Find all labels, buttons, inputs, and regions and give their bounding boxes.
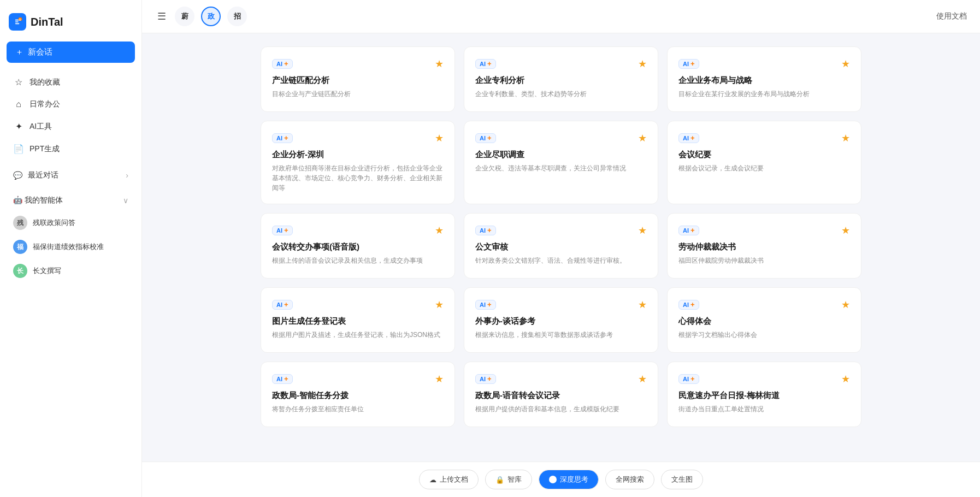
header: ☰ 蔚 政 招 使用文档	[142, 0, 980, 33]
tag-zhao-button[interactable]: 招	[227, 7, 247, 26]
smart-body-header[interactable]: 🤖 我的智能体 ∨	[7, 190, 135, 211]
card-minyi-ribao[interactable]: AI+ ★ 民意速办平台日报-梅林街道 街道办当日重点工单处置情况	[667, 362, 861, 427]
ai-badge: AI+	[678, 59, 699, 69]
tag-yuan-button[interactable]: 蔚	[175, 7, 194, 26]
smart-body-section: 🤖 我的智能体 ∨ 残 残联政策问答 福 福保街道绩效指标校准 长 长文撰写	[7, 190, 135, 283]
ai-badge: AI+	[475, 226, 496, 235]
logo-area: D DinTal	[7, 9, 135, 42]
card-waishi-tanhua[interactable]: AI+ ★ 外事办-谈话参考 根据来访信息，搜集相关可靠数据形成谈话参考	[464, 287, 658, 353]
deep-think-on[interactable]: 深度思考	[539, 470, 598, 489]
ai-badge: AI+	[475, 59, 496, 69]
sidebar-item-daily-work[interactable]: ⌂ 日常办公	[7, 94, 135, 115]
ai-badge: AI+	[272, 133, 293, 143]
ai-badge: AI+	[475, 300, 496, 310]
sparkle-icon: ✦	[13, 121, 24, 132]
star-filled-icon[interactable]: ★	[638, 373, 647, 385]
toggle-dot	[549, 476, 557, 483]
bottom-bar: ☁ 上传文档 🔒 智库 深度思考 全网搜索 文生图	[142, 461, 980, 497]
web-search-button[interactable]: 全网搜索	[605, 470, 654, 489]
upload-doc-button[interactable]: ☁ 上传文档	[419, 470, 479, 489]
recent-chats-section: 💬 最近对话 ›	[7, 165, 135, 186]
ai-badge: AI+	[678, 374, 699, 384]
sidebar-item-ppt[interactable]: 📄 PPT生成	[7, 138, 135, 159]
ai-badge: AI+	[475, 133, 496, 143]
star-filled-icon[interactable]: ★	[841, 224, 850, 236]
new-chat-button[interactable]: ＋ 新会话	[7, 42, 135, 63]
sidebar-item-favorites[interactable]: ☆ 我的收藏	[7, 72, 135, 93]
smart-body-item-canzheng[interactable]: 残 残联政策问答	[7, 211, 135, 235]
chevron-down-icon: ∨	[123, 196, 128, 205]
card-tupian-dengji[interactable]: AI+ ★ 图片生成任务登记表 根据用户图片及描述，生成任务登记表，输出为JSO…	[261, 287, 455, 353]
star-filled-icon[interactable]: ★	[841, 132, 850, 144]
card-zhanlue[interactable]: AI+ ★ 企业业务布局与战略 目标企业在某行业发展的业务布局与战略分析	[667, 46, 861, 112]
card-huiyi-zhuanban[interactable]: AI+ ★ 会议转交办事项(语音版) 根据上传的语音会议记录及相关信息，生成交办…	[261, 213, 455, 279]
star-filled-icon[interactable]: ★	[435, 224, 444, 236]
content-area: AI+ ★ 产业链匹配分析 目标企业与产业链匹配分析 AI+ ★ 企业专利分析 …	[142, 33, 980, 461]
hamburger-button[interactable]: ☰	[155, 8, 168, 25]
card-zhuanli[interactable]: AI+ ★ 企业专利分析 企业专利数量、类型、技术趋势等分析	[464, 46, 658, 112]
ai-badge: AI+	[678, 133, 699, 143]
star-icon: ☆	[13, 77, 24, 87]
database-icon: 🔒	[495, 476, 504, 484]
cards-grid: AI+ ★ 产业链匹配分析 目标企业与产业链匹配分析 AI+ ★ 企业专利分析 …	[261, 46, 861, 427]
logo-icon: D	[9, 13, 26, 31]
card-huiyi-jiyao[interactable]: AI+ ★ 会议纪要 根据会议记录，生成会议纪要	[667, 121, 861, 204]
knowledge-base-button[interactable]: 🔒 智库	[485, 470, 532, 489]
ai-badge: AI+	[272, 59, 293, 69]
card-zhengshuju-fengpai[interactable]: AI+ ★ 政数局-智能任务分拨 将暂办任务分拨至相应责任单位	[261, 362, 455, 427]
cloud-icon: ☁	[429, 476, 436, 484]
chevron-right-icon: ›	[126, 171, 128, 180]
robot-icon: 🤖	[13, 196, 22, 204]
star-filled-icon[interactable]: ★	[435, 58, 444, 70]
card-gongwen-shenhe[interactable]: AI+ ★ 公文审核 针对政务类公文错别字、语法、合规性等进行审核。	[464, 213, 658, 279]
sidebar: D DinTal ＋ 新会话 ☆ 我的收藏 ⌂ 日常办公 ✦ AI工具 📄 PP…	[0, 0, 142, 497]
recent-chats-header[interactable]: 💬 最近对话 ›	[7, 165, 135, 186]
star-filled-icon[interactable]: ★	[638, 132, 647, 144]
star-filled-icon[interactable]: ★	[841, 373, 850, 385]
chat-icon: 💬	[13, 171, 22, 180]
avatar-fubaojie: 福	[13, 240, 27, 254]
deep-think-toggle[interactable]: 深度思考	[539, 470, 599, 489]
star-filled-icon[interactable]: ★	[435, 299, 444, 311]
ai-badge: AI+	[678, 300, 699, 310]
logo-text: DinTal	[31, 16, 63, 28]
star-filled-icon[interactable]: ★	[435, 132, 444, 144]
smart-body-item-fubaojie[interactable]: 福 福保街道绩效指标校准	[7, 235, 135, 259]
star-filled-icon[interactable]: ★	[638, 224, 647, 236]
card-laodong-caijue[interactable]: AI+ ★ 劳动仲裁裁决书 福田区仲裁院劳动仲裁裁决书	[667, 213, 861, 279]
card-xinde-tihui[interactable]: AI+ ★ 心得体会 根据学习文档输出心得体会	[667, 287, 861, 353]
svg-text:D: D	[19, 18, 21, 21]
header-left: ☰ 蔚 政 招	[155, 7, 247, 26]
sidebar-item-ai-tools[interactable]: ✦ AI工具	[7, 116, 135, 137]
ai-badge: AI+	[272, 226, 293, 235]
smart-body-item-changwen[interactable]: 长 长文撰写	[7, 259, 135, 283]
ai-badge: AI+	[272, 300, 293, 310]
card-qiye-shenzhen[interactable]: AI+ ★ 企业分析-深圳 对政府单位招商等潜在目标企业进行分析，包括企业等企业…	[261, 121, 455, 204]
star-filled-icon[interactable]: ★	[638, 299, 647, 311]
tag-zheng-button[interactable]: 政	[201, 7, 221, 26]
star-filled-icon[interactable]: ★	[638, 58, 647, 70]
ai-badge: AI+	[475, 374, 496, 384]
card-jinchadiaocha[interactable]: AI+ ★ 企业尽职调查 企业欠税、违法等基本尽职调查，关注公司异常情况	[464, 121, 658, 204]
ai-badge: AI+	[678, 226, 699, 235]
ai-badge: AI+	[272, 374, 293, 384]
star-filled-icon[interactable]: ★	[841, 58, 850, 70]
star-filled-icon[interactable]: ★	[435, 373, 444, 385]
star-filled-icon[interactable]: ★	[841, 299, 850, 311]
ppt-icon: 📄	[13, 144, 24, 154]
use-docs-button[interactable]: 使用文档	[936, 11, 967, 21]
avatar-canzheng: 残	[13, 216, 27, 230]
text-to-image-button[interactable]: 文生图	[661, 470, 703, 489]
building-icon: ⌂	[13, 99, 24, 109]
main-area: ☰ 蔚 政 招 使用文档 AI+ ★ 产业链匹配分析 目标企业与产业链匹配分析 …	[142, 0, 980, 497]
plus-icon: ＋	[15, 47, 23, 57]
avatar-changwen: 长	[13, 264, 27, 278]
card-chanye[interactable]: AI+ ★ 产业链匹配分析 目标企业与产业链匹配分析	[261, 46, 455, 112]
card-zhengshuju-yuyin[interactable]: AI+ ★ 政数局-语音转会议记录 根据用户提供的语音和基本信息，生成模版化纪要	[464, 362, 658, 427]
